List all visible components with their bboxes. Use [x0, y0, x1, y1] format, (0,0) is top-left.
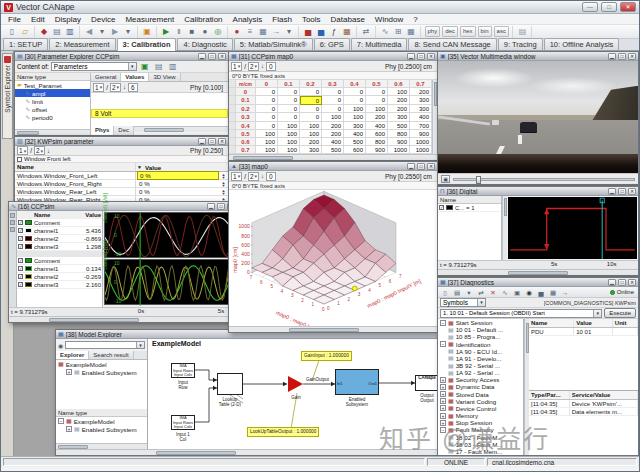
map-cell[interactable]: 0 [344, 88, 366, 96]
win33-close-button[interactable]: ✕ [427, 163, 435, 170]
map-cell[interactable]: 500 [388, 122, 410, 130]
index-spinner-b[interactable]: 2▾ [248, 172, 259, 181]
map-cell[interactable]: 900 [366, 146, 388, 154]
enabled-subsystem-block[interactable]: In1Out1 [335, 369, 379, 395]
map-cell[interactable]: 0 [322, 96, 344, 105]
map-cell[interactable]: 100 [278, 138, 300, 146]
gain-block[interactable] [288, 376, 303, 392]
expand-icon[interactable]: + [440, 384, 446, 390]
map-row-header[interactable]: 0.1 [236, 96, 256, 105]
tab-4-diagnostic[interactable]: 4: Diagnostic [177, 38, 232, 50]
format-bin-button[interactable]: bin [478, 26, 492, 37]
minimize-button[interactable]: — [582, 2, 598, 12]
model-tab-explorer[interactable]: Explorer [56, 351, 89, 359]
maximize-button[interactable]: □ [601, 2, 617, 12]
map-cell[interactable]: 800 [366, 138, 388, 146]
format-tab-dec[interactable]: Dec [114, 126, 134, 135]
map-cell[interactable]: 100 [256, 130, 278, 138]
tab-9-tracing[interactable]: 9: Tracing [498, 38, 543, 50]
diag-search-icon[interactable]: ◉ [524, 288, 534, 297]
win34-minimize-button[interactable]: ▁ [207, 203, 215, 210]
tab-5-matlab-simulink[interactable]: 5: Matlab/Simulink® [234, 38, 313, 50]
tab-6-gps[interactable]: 6: GPS [314, 38, 350, 50]
map-cell[interactable]: 100 [278, 146, 300, 154]
scope-icon[interactable]: ∿ [379, 26, 391, 37]
parameter-hscroll[interactable] [134, 126, 228, 132]
content-of-select[interactable]: Parameters▾ [51, 62, 137, 71]
expand-icon[interactable]: + [440, 413, 446, 419]
column-header[interactable]: Service/Value [570, 391, 638, 399]
map-cell[interactable]: 0 [366, 88, 388, 96]
down-icon[interactable]: ↓ [47, 148, 50, 154]
tree-item[interactable]: −▦ExampleModel [56, 417, 147, 425]
index-spinner-b[interactable]: 2▾ [248, 62, 259, 71]
tree-item[interactable]: +▦Variant Coding [438, 398, 523, 405]
tree-item[interactable]: −▦Identification [438, 340, 523, 347]
forward-dropdown-icon[interactable]: ▾ [122, 26, 134, 37]
win37-minimize-button[interactable]: ▁ [608, 279, 616, 286]
comment-checkbox[interactable]: ✓ [18, 220, 23, 225]
list-icon[interactable]: ≡ [244, 26, 256, 37]
channel-checkbox[interactable]: ✓ [18, 228, 23, 233]
channel-checkbox[interactable]: ✓ [18, 266, 23, 271]
tree-item[interactable]: +▤Enabled Subsystem [56, 425, 147, 433]
win31-maximize-button[interactable]: □ [417, 53, 425, 60]
surface-plot[interactable]: 020040060080010007654321001234567map0 : … [229, 190, 437, 326]
down-icon[interactable]: ↓ [123, 84, 126, 90]
tree-item[interactable]: +▦Security Access [438, 376, 523, 383]
map-cell[interactable]: 1000 [388, 146, 410, 154]
digital-channel-checkbox[interactable]: ✓ [439, 205, 444, 210]
tree-item[interactable]: +▦Stored Data [438, 391, 523, 398]
map-col-header[interactable]: 0.1 [278, 80, 300, 88]
expand-icon[interactable]: − [440, 341, 446, 347]
map-cell[interactable]: 300 [388, 113, 410, 121]
result-row[interactable]: PDU10 01 [529, 328, 638, 336]
win37-maximize-button[interactable]: □ [618, 279, 626, 286]
tree-item[interactable]: +▦Dynamic Data [438, 383, 523, 390]
diag-signal-icon[interactable]: ∿ [500, 288, 510, 297]
index-value-box[interactable]: 0 [266, 172, 276, 181]
map-cell[interactable]: 300 [410, 96, 432, 105]
map-cell[interactable]: 100 [256, 146, 278, 154]
parameter-name-cell[interactable]: Windows.Window_Front_Left [15, 172, 136, 179]
ruler-icon[interactable]: ⊞ [392, 26, 404, 37]
map-cell[interactable]: 400 [344, 130, 366, 138]
map-cell[interactable]: 300 [344, 122, 366, 130]
blocks-icon[interactable]: ▦ [341, 26, 353, 37]
map-row-header[interactable]: 0.5 [236, 130, 256, 138]
input-col-block[interactable]: IMAInput RowsInput Cols [171, 415, 195, 430]
map-cell[interactable]: 100 [388, 88, 410, 96]
parameter-value-cell[interactable]: 0 %▲▼ [136, 188, 228, 195]
tab-7-multimedia[interactable]: 7: Multimedia [351, 38, 408, 50]
map-cell[interactable]: 1000 [410, 146, 432, 154]
database-icon[interactable]: ▤ [51, 26, 63, 37]
lookup-table-block[interactable] [217, 373, 243, 395]
canape-output-block[interactable]: CANape [415, 375, 439, 391]
expand-icon[interactable]: − [58, 418, 64, 424]
format-phy-button[interactable]: phy [425, 26, 441, 37]
expand-icon[interactable]: + [440, 398, 446, 404]
param-tab-3d-view[interactable]: 3D View [149, 73, 180, 81]
diag-chart-icon[interactable]: ▅ [536, 288, 546, 297]
device-icon[interactable]: ▥ [64, 26, 76, 37]
map-row-header[interactable]: 0.7 [236, 146, 256, 154]
video-save-icon[interactable]: ▣ [441, 175, 450, 183]
tree-item[interactable]: −▦Start Session [438, 319, 523, 326]
map-cell[interactable]: 100 [300, 122, 322, 130]
param-add-icon[interactable]: ▣ [139, 61, 151, 72]
function-icon[interactable]: ƒ [328, 26, 340, 37]
map-cell[interactable]: 100 [344, 113, 366, 121]
win36-close-button[interactable]: ✕ [628, 188, 636, 195]
map-cell[interactable]: 200 [300, 138, 322, 146]
channel-checkbox[interactable]: ✓ [18, 244, 23, 249]
tree-item[interactable]: ▤10 01 - Default ... [438, 326, 523, 333]
map-cell[interactable]: 300 [300, 146, 322, 154]
map-cell[interactable]: 200 [366, 113, 388, 121]
digital-vscroll[interactable] [502, 196, 507, 260]
scope-hscroll[interactable] [9, 316, 237, 322]
diag-delete-icon[interactable]: ✕ [488, 288, 498, 297]
expand-icon[interactable]: + [440, 377, 446, 383]
map-cell[interactable]: 200 [410, 88, 432, 96]
index-spinner-a[interactable]: 1▾ [231, 172, 242, 181]
tab-3-calibration[interactable]: 3: Calibration [117, 38, 177, 51]
